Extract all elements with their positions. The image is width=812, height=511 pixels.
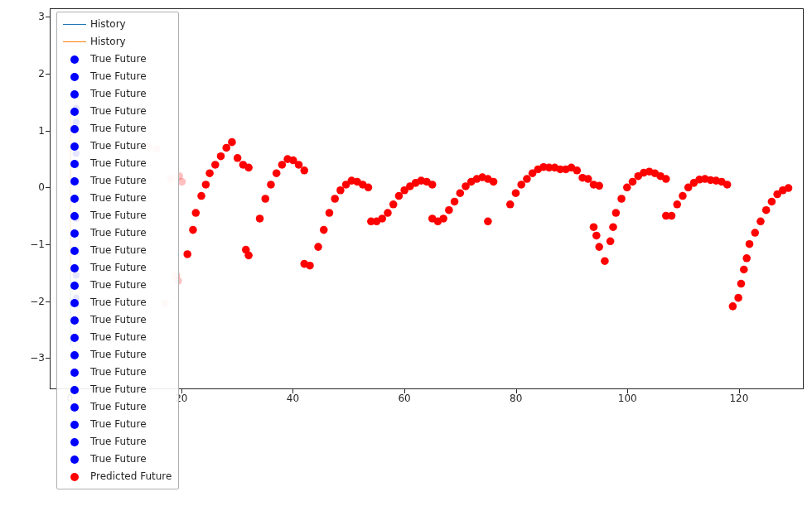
- predicted-future-point: [373, 218, 381, 226]
- x-tick-label: 60: [398, 393, 410, 404]
- legend-marker-swatch: [70, 421, 79, 429]
- predicted-future-point: [617, 195, 626, 203]
- predicted-future-point: [490, 178, 498, 186]
- predicted-future-point: [183, 250, 191, 258]
- legend-entry: True Future: [62, 68, 172, 85]
- legend-marker-swatch: [70, 195, 79, 203]
- predicted-future-point: [428, 215, 437, 223]
- legend-marker-swatch: [70, 334, 79, 342]
- predicted-future-point: [517, 181, 525, 189]
- predicted-future-point: [684, 184, 693, 192]
- legend-entry: True Future: [62, 242, 172, 259]
- predicted-future-point: [590, 223, 598, 231]
- legend-label: True Future: [90, 402, 147, 412]
- predicted-future-point: [484, 175, 492, 183]
- legend-marker-swatch: [70, 369, 79, 377]
- predicted-future-point: [395, 192, 404, 200]
- y-tick-label: 3: [12, 11, 45, 22]
- predicted-future-point: [478, 173, 486, 181]
- predicted-future-point: [545, 164, 553, 172]
- predicted-future-point: [320, 226, 328, 234]
- predicted-future-point: [457, 189, 465, 197]
- predicted-future-point: [595, 243, 603, 251]
- predicted-future-point: [234, 154, 242, 162]
- legend-swatch-marker: [62, 107, 87, 116]
- predicted-future-point: [607, 237, 615, 245]
- predicted-future-point: [378, 215, 386, 223]
- predicted-future-point: [573, 166, 582, 175]
- y-tick-label: 0: [12, 181, 45, 193]
- legend-label: True Future: [90, 367, 147, 378]
- legend-marker-swatch: [70, 264, 79, 272]
- predicted-future-point: [205, 169, 214, 177]
- legend-label: True Future: [90, 141, 147, 152]
- legend-label: True Future: [90, 176, 147, 186]
- predicted-future-point: [640, 169, 648, 177]
- predicted-future-point: [729, 302, 737, 311]
- legend-swatch-marker: [62, 403, 87, 412]
- legend-line-swatch: [63, 24, 86, 26]
- y-tick-mark: [46, 244, 50, 245]
- predicted-future-point: [523, 175, 531, 183]
- predicted-future-point: [239, 161, 248, 169]
- predicted-future-point: [662, 212, 670, 220]
- legend-marker-swatch: [70, 142, 79, 151]
- y-tick-mark: [46, 301, 50, 302]
- legend-swatch-marker: [62, 472, 87, 481]
- predicted-future-point: [389, 200, 398, 209]
- predicted-future-point: [273, 169, 281, 177]
- predicted-future-point: [651, 169, 660, 177]
- legend-swatch-line: [62, 20, 87, 29]
- legend-marker-swatch: [70, 55, 79, 64]
- legend-marker-swatch: [70, 316, 79, 325]
- predicted-future-point: [762, 206, 771, 215]
- predicted-future-point: [289, 157, 297, 165]
- legend-label: True Future: [90, 89, 147, 99]
- y-tick-label: −2: [12, 296, 45, 307]
- legend-swatch-marker: [62, 229, 87, 238]
- legend-swatch-marker: [62, 316, 87, 325]
- predicted-future-point: [222, 144, 230, 152]
- legend-line-swatch: [63, 41, 86, 43]
- x-tick-label: 120: [729, 393, 748, 404]
- legend-swatch-marker: [62, 281, 87, 290]
- x-tick-label: 80: [510, 393, 522, 404]
- predicted-future-point: [445, 206, 453, 215]
- predicted-future-point: [668, 212, 676, 220]
- predicted-future-point: [756, 218, 765, 226]
- legend-swatch-marker: [62, 350, 87, 359]
- predicted-future-point: [785, 184, 793, 192]
- legend-entry: True Future: [62, 451, 172, 468]
- predicted-future-point: [539, 163, 548, 171]
- predicted-future-point: [451, 198, 459, 206]
- predicted-future-point: [601, 257, 609, 265]
- legend-marker-swatch: [70, 90, 79, 99]
- predicted-future-point: [742, 254, 751, 263]
- legend-marker-swatch: [70, 229, 79, 238]
- predicted-future-point: [295, 161, 303, 169]
- legend-label: True Future: [90, 210, 147, 221]
- y-tick-label: −1: [12, 239, 45, 250]
- predicted-future-point: [336, 186, 345, 195]
- predicted-future-point: [428, 181, 437, 189]
- y-tick-mark: [46, 131, 50, 132]
- predicted-future-point: [701, 175, 709, 183]
- predicted-future-point: [331, 195, 339, 203]
- legend-label: Predicted Future: [90, 471, 172, 482]
- predicted-future-point: [467, 178, 476, 186]
- predicted-future-point: [592, 232, 601, 240]
- predicted-future-point: [568, 164, 576, 172]
- legend-label: True Future: [90, 280, 147, 291]
- predicted-future-point: [718, 178, 726, 186]
- legend-entry: True Future: [62, 364, 172, 381]
- legend-label: True Future: [90, 350, 147, 360]
- legend-swatch-marker: [62, 89, 87, 99]
- legend-swatch-marker: [62, 124, 87, 133]
- legend-entry: True Future: [62, 277, 172, 294]
- legend-swatch-marker: [62, 437, 87, 446]
- legend-swatch-marker: [62, 72, 87, 81]
- legend: HistoryHistoryTrue FutureTrue FutureTrue…: [56, 12, 179, 489]
- predicted-future-point: [751, 229, 759, 237]
- predicted-future-point: [529, 169, 537, 177]
- predicted-future-point: [734, 294, 742, 302]
